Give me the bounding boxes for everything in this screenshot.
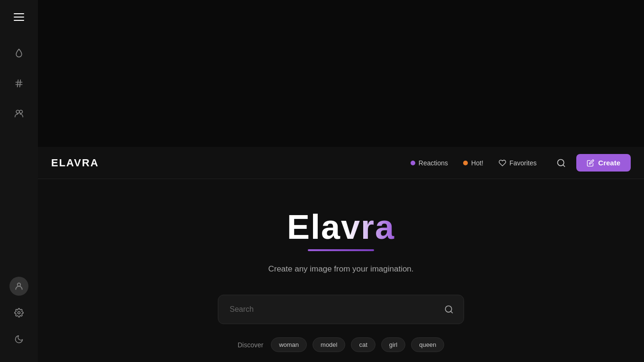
hero-underline bbox=[308, 249, 374, 251]
discover-tag-girl[interactable]: girl bbox=[381, 337, 405, 352]
svg-line-11 bbox=[451, 311, 453, 313]
discover-tag-model[interactable]: model bbox=[313, 337, 345, 352]
search-icon bbox=[556, 158, 566, 168]
favorites-label: Favorites bbox=[510, 159, 537, 167]
sidebar bbox=[0, 0, 38, 362]
svg-point-6 bbox=[18, 283, 21, 286]
nav-search-button[interactable] bbox=[552, 154, 571, 172]
user-avatar[interactable] bbox=[9, 277, 28, 296]
sidebar-item-hashtag[interactable] bbox=[10, 75, 27, 92]
hero-background bbox=[38, 0, 644, 147]
discover-tag-woman[interactable]: woman bbox=[271, 337, 307, 352]
sidebar-item-drop[interactable] bbox=[10, 45, 27, 62]
discover-label: Discover bbox=[238, 341, 263, 349]
navbar: ELAVRA Reactions Hot! Favorites bbox=[38, 147, 644, 179]
svg-line-2 bbox=[18, 80, 18, 87]
sidebar-bottom bbox=[9, 277, 28, 349]
svg-point-5 bbox=[19, 110, 23, 114]
hot-link[interactable]: Hot! bbox=[463, 159, 483, 167]
menu-icon[interactable] bbox=[10, 9, 27, 26]
create-button[interactable]: Create bbox=[576, 154, 631, 172]
hero-title-container: Elavra bbox=[287, 208, 395, 264]
discover-tag-queen[interactable]: queen bbox=[411, 337, 444, 352]
hero-title: Elavra bbox=[287, 208, 395, 246]
search-submit-button[interactable] bbox=[440, 301, 457, 318]
svg-line-9 bbox=[563, 164, 565, 166]
search-input[interactable] bbox=[218, 295, 464, 324]
svg-point-7 bbox=[18, 312, 20, 314]
hot-dot-icon bbox=[463, 161, 468, 165]
settings-icon[interactable] bbox=[9, 303, 28, 322]
reactions-dot-icon bbox=[411, 161, 415, 165]
nav-links: Reactions Hot! Favorites bbox=[411, 159, 537, 167]
hero-subtitle: Create any image from your imagination. bbox=[268, 264, 413, 274]
reactions-link[interactable]: Reactions bbox=[411, 159, 448, 167]
search-container bbox=[218, 295, 464, 324]
svg-point-4 bbox=[16, 110, 19, 114]
heart-icon bbox=[499, 159, 506, 167]
main-content: ELAVRA Reactions Hot! Favorites bbox=[38, 0, 644, 362]
favorites-link[interactable]: Favorites bbox=[499, 159, 537, 167]
pencil-icon bbox=[587, 159, 594, 167]
logo: ELAVRA bbox=[51, 157, 99, 169]
hot-label: Hot! bbox=[471, 159, 483, 167]
create-button-label: Create bbox=[598, 159, 620, 167]
search-submit-icon bbox=[444, 305, 454, 314]
sidebar-nav bbox=[10, 45, 27, 277]
reactions-label: Reactions bbox=[419, 159, 448, 167]
discover-row: Discover woman model cat girl queen bbox=[238, 337, 445, 352]
hero-title-text: Elavra bbox=[287, 208, 395, 246]
discover-tag-cat[interactable]: cat bbox=[351, 337, 375, 352]
hero-section: Elavra Create any image from your imagin… bbox=[38, 179, 644, 362]
theme-toggle-icon[interactable] bbox=[9, 330, 28, 349]
svg-line-3 bbox=[20, 80, 21, 87]
sidebar-item-users[interactable] bbox=[10, 105, 27, 122]
